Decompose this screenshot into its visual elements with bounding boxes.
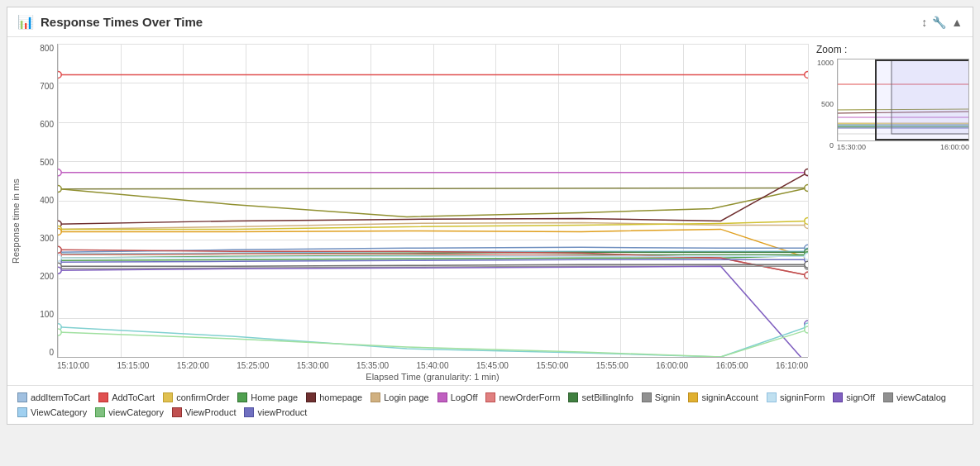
- x-tick-4: 15:30:00: [297, 361, 329, 370]
- legend-swatch-addItemToCart: [17, 392, 27, 402]
- legend-swatch-LogOff: [437, 392, 447, 402]
- legend-swatch-signinAccount: [688, 392, 698, 402]
- y-tick-400: 400: [40, 196, 54, 205]
- y-axis-label: Response time in ms: [11, 60, 26, 382]
- svg-point-31: [805, 253, 808, 259]
- legend-item-viewCategory: viewCategory: [95, 407, 164, 417]
- collapse-icon[interactable]: ▲: [951, 16, 963, 29]
- zoom-x-labels: 15:30:00 16:00:00: [837, 143, 969, 151]
- chart-and-zoom: 800 700 600 500 400 300 200 100 0: [26, 44, 969, 382]
- legend-item-addItemToCart: addItemToCart: [17, 392, 90, 402]
- legend-swatch-signOff: [833, 392, 843, 402]
- x-tick-0: 15:10:00: [57, 361, 89, 370]
- legend-item-LoginPage: Login page: [370, 392, 428, 402]
- legend-item-ViewCategory: ViewCategory: [17, 407, 87, 417]
- y-tick-100: 100: [40, 310, 54, 319]
- legend-item-viewProduct: viewProduct: [244, 407, 307, 417]
- x-tick-3: 15:25:00: [237, 361, 269, 370]
- zoom-x-start: 15:30:00: [837, 143, 866, 151]
- svg-point-11: [805, 217, 808, 224]
- legend-swatch-viewProduct: [244, 407, 254, 417]
- svg-point-1: [805, 71, 808, 78]
- x-tick-6: 15:40:00: [417, 361, 449, 370]
- legend-label-viewProduct: viewProduct: [257, 407, 307, 417]
- y-ticks: 800 700 600 500 400 300 200 100 0: [26, 44, 57, 357]
- legend-swatch-HomePage: [237, 392, 247, 402]
- chart-plot: [57, 44, 808, 358]
- svg-point-35: [805, 261, 808, 268]
- x-tick-10: 16:00:00: [656, 361, 688, 370]
- legend-swatch-setBillingInfo: [568, 392, 578, 402]
- legend-item-Signin: Signin: [642, 392, 681, 402]
- zoom-y-500: 500: [821, 100, 834, 108]
- svg-point-40: [58, 329, 61, 335]
- legend-item-AddToCart: AddToCart: [98, 392, 155, 402]
- legend-item-signinForm: signinForm: [767, 392, 825, 402]
- legend-label-HomePage: Home page: [251, 392, 298, 402]
- legend-item-LogOff: LogOff: [437, 392, 478, 402]
- svg-point-41: [805, 326, 808, 333]
- zoom-x-end: 16:00:00: [940, 143, 969, 151]
- y-tick-0: 0: [49, 348, 54, 357]
- chart-area: Response time in ms 800 700 600 500 400 …: [7, 37, 973, 382]
- zoom-y-0: 0: [829, 141, 834, 150]
- svg-point-4: [58, 186, 61, 193]
- legend-label-signinAccount: signinAccount: [701, 392, 758, 402]
- legend-item-signOff: signOff: [833, 392, 875, 402]
- legend-item-signinAccount: signinAccount: [688, 392, 758, 402]
- legend-label-AddToCart: AddToCart: [112, 392, 155, 402]
- header: 📊 Response Times Over Time ↕ 🔧 ▲: [7, 7, 973, 37]
- x-tick-11: 16:05:00: [716, 361, 748, 370]
- legend-swatch-newOrderForm: [485, 392, 495, 402]
- page-title: Response Times Over Time: [41, 15, 203, 29]
- svg-point-36: [58, 267, 61, 273]
- legend: addItemToCart AddToCart confirmOrder Hom…: [7, 385, 973, 424]
- y-tick-700: 700: [40, 82, 54, 91]
- legend-swatch-LoginPage: [370, 392, 380, 402]
- legend-label-homepage: homepage: [319, 392, 362, 402]
- chart-svg: [58, 44, 808, 357]
- legend-item-viewCatalog: viewCatalog: [883, 392, 946, 402]
- legend-label-LoginPage: Login page: [384, 392, 428, 402]
- legend-swatch-signinForm: [767, 392, 777, 402]
- x-tick-5: 15:35:00: [356, 361, 389, 370]
- legend-label-confirmOrder: confirmOrder: [176, 392, 229, 402]
- legend-item-homepage: homepage: [306, 392, 362, 402]
- x-tick-1: 15:15:00: [117, 361, 149, 370]
- legend-label-ViewCategory: ViewCategory: [31, 407, 87, 417]
- y-tick-800: 800: [40, 44, 54, 53]
- legend-label-ViewProduct: ViewProduct: [185, 407, 237, 417]
- x-tick-7: 15:45:00: [476, 361, 509, 370]
- legend-item-confirmOrder: confirmOrder: [163, 392, 229, 402]
- x-tick-9: 15:55:00: [596, 361, 629, 370]
- legend-item-HomePage: Home page: [237, 392, 298, 402]
- zoom-mini-chart[interactable]: [837, 59, 969, 141]
- y-tick-600: 600: [40, 120, 54, 129]
- legend-item-setBillingInfo: setBillingInfo: [568, 392, 633, 402]
- x-tick-8: 15:50:00: [536, 361, 568, 370]
- legend-item-ViewProduct: ViewProduct: [172, 407, 237, 417]
- svg-point-2: [58, 169, 61, 176]
- svg-point-7: [805, 169, 808, 176]
- legend-swatch-AddToCart: [98, 392, 108, 402]
- main-container: 📊 Response Times Over Time ↕ 🔧 ▲ Respons…: [7, 7, 973, 425]
- x-axis-title: Elapsed Time (granularity: 1 min): [57, 372, 808, 382]
- x-tick-2: 15:20:00: [177, 361, 209, 370]
- settings-icon[interactable]: 🔧: [932, 16, 946, 29]
- legend-swatch-viewCatalog: [883, 392, 893, 402]
- legend-label-setBillingInfo: setBillingInfo: [581, 392, 633, 402]
- y-tick-500: 500: [40, 158, 54, 167]
- legend-label-viewCategory: viewCategory: [108, 407, 164, 417]
- legend-label-addItemToCart: addItemToCart: [31, 392, 90, 402]
- y-tick-200: 200: [40, 272, 54, 281]
- svg-point-26: [58, 246, 61, 253]
- legend-swatch-Signin: [642, 392, 652, 402]
- x-tick-12: 16:10:00: [776, 361, 808, 370]
- legend-swatch-ViewCategory: [17, 407, 27, 417]
- legend-swatch-confirmOrder: [163, 392, 173, 402]
- header-icons: ↕ 🔧 ▲: [921, 16, 963, 29]
- svg-point-5: [805, 185, 808, 192]
- sort-icon[interactable]: ↕: [921, 16, 927, 29]
- legend-label-LogOff: LogOff: [451, 392, 478, 402]
- legend-label-viewCatalog: viewCatalog: [896, 392, 946, 402]
